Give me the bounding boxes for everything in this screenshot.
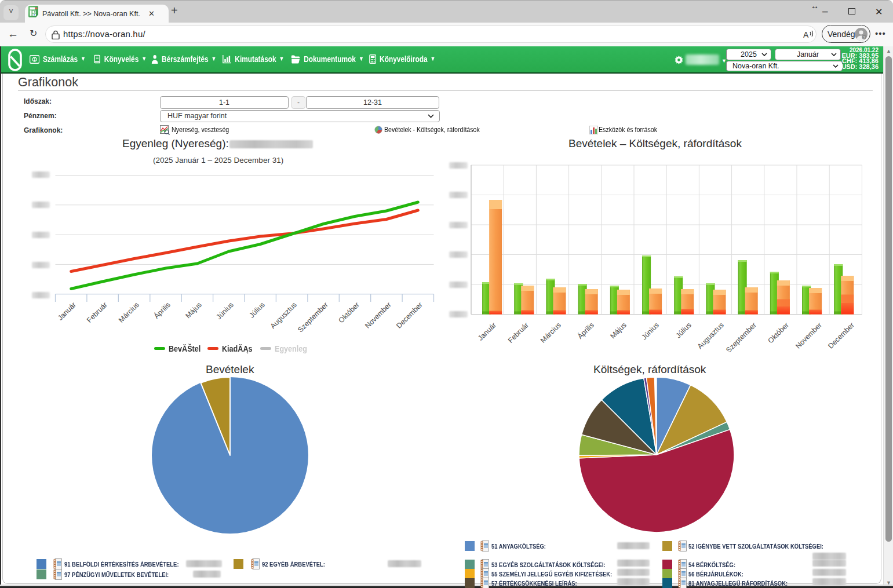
svg-text:A: A xyxy=(803,30,809,39)
svg-text:1: 1 xyxy=(34,57,36,62)
svg-text:?: ? xyxy=(863,35,865,39)
